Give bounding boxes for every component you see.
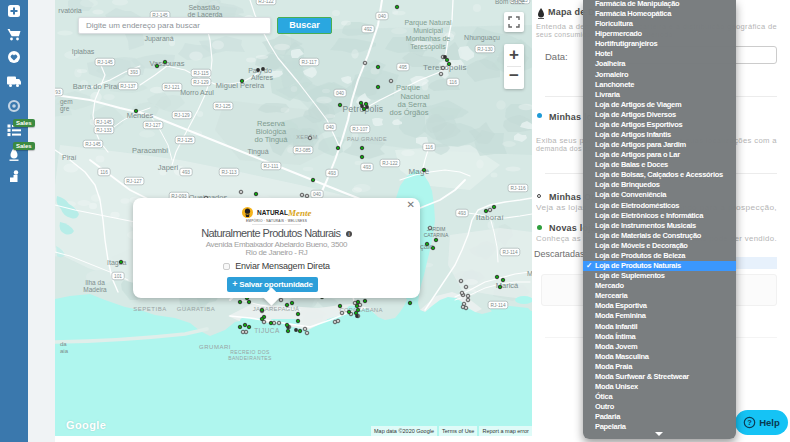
svg-text:Juparaná: Juparaná	[144, 35, 173, 43]
svg-text:492: 492	[364, 27, 372, 32]
svg-text:RJ-116: RJ-116	[510, 186, 525, 191]
svg-text:Itaboraí: Itaboraí	[476, 213, 504, 222]
svg-text:393: 393	[130, 70, 138, 75]
svg-text:Barra do Piraí: Barra do Piraí	[73, 82, 120, 91]
svg-text:493: 493	[363, 165, 371, 170]
svg-text:Montanhas de: Montanhas de	[406, 35, 450, 42]
svg-text:040: 040	[326, 125, 334, 130]
svg-text:RJ-113: RJ-113	[221, 170, 236, 175]
svg-text:RJ-127: RJ-127	[145, 123, 161, 128]
svg-text:Piraí: Piraí	[62, 154, 76, 161]
svg-text:040: 040	[336, 91, 344, 96]
svg-text:93: 93	[55, 90, 61, 95]
svg-text:RJ-114: RJ-114	[502, 250, 517, 255]
svg-text:RJ-145: RJ-145	[97, 60, 113, 65]
svg-text:Morro Azul: Morro Azul	[180, 89, 214, 96]
svg-text:Sebastião: Sebastião	[188, 4, 219, 11]
svg-text:040: 040	[313, 192, 321, 197]
svg-text:RJ-111: RJ-111	[264, 164, 279, 169]
svg-text:Parque Natural: Parque Natural	[404, 19, 452, 27]
svg-text:RJ-114: RJ-114	[490, 303, 505, 308]
svg-text:101: 101	[114, 274, 122, 279]
svg-text:dos Órgãos: dos Órgãos	[390, 108, 429, 117]
svg-text:493: 493	[182, 170, 190, 175]
svg-text:Teresópolis: Teresópolis	[410, 43, 446, 51]
svg-text:493: 493	[458, 211, 466, 216]
svg-text:RJ-085: RJ-085	[295, 148, 311, 153]
svg-text:Itagua: Itagua	[107, 259, 127, 267]
svg-text:116: 116	[425, 145, 433, 150]
svg-text:RJ-133: RJ-133	[96, 128, 112, 133]
svg-text:Nhunguaçu: Nhunguaçu	[464, 34, 500, 42]
svg-text:493: 493	[328, 171, 336, 176]
svg-text:Magé: Magé	[408, 167, 429, 176]
svg-text:116: 116	[449, 80, 457, 85]
svg-text:040: 040	[378, 14, 386, 19]
svg-text:RJ-125: RJ-125	[215, 104, 231, 109]
svg-text:Municipal: Municipal	[413, 27, 443, 35]
svg-text:GRUMARI: GRUMARI	[199, 344, 231, 350]
svg-text:TIJUCA: TIJUCA	[254, 327, 280, 334]
svg-text:RJ-125: RJ-125	[177, 138, 193, 143]
svg-text:GUARATIBA: GUARATIBA	[177, 306, 216, 312]
svg-text:PAU GRANDE: PAU GRANDE	[347, 136, 387, 142]
svg-text:RJ-145: RJ-145	[85, 142, 101, 147]
svg-text:Paracambi: Paracambi	[132, 146, 168, 155]
svg-text:da: da	[60, 341, 67, 347]
svg-text:Mendes: Mendes	[127, 111, 154, 120]
svg-text:SEPETIBA: SEPETIBA	[133, 306, 166, 312]
svg-text:Alferes: Alferes	[251, 74, 273, 81]
svg-text:Ilha da: Ilha da	[85, 279, 105, 286]
svg-text:XERÉM: XERÉM	[296, 134, 318, 140]
svg-text:do Tinguá: do Tinguá	[255, 135, 289, 144]
svg-text:RJ-129: RJ-129	[193, 80, 209, 85]
svg-text:RJ-115: RJ-115	[193, 71, 208, 76]
svg-text:COPACABANA: COPACABANA	[339, 307, 382, 313]
svg-text:RJ-122: RJ-122	[258, 0, 274, 4]
svg-text:RJ-137: RJ-137	[120, 84, 136, 89]
svg-text:BANDEIRANTES: BANDEIRANTES	[228, 355, 272, 361]
svg-text:Parque: Parque	[396, 83, 420, 92]
svg-text:RJ-129: RJ-129	[174, 113, 190, 118]
svg-text:gre: gre	[60, 105, 70, 113]
svg-text:Vassouras: Vassouras	[150, 59, 185, 68]
svg-text:RJ-117: RJ-117	[301, 60, 316, 65]
svg-text:Ipiabas: Ipiabas	[72, 48, 95, 56]
svg-text:?: ?	[747, 418, 752, 427]
svg-text:116: 116	[100, 170, 108, 175]
svg-text:Tinguá: Tinguá	[247, 148, 268, 156]
svg-text:RJ-107: RJ-107	[352, 127, 368, 132]
svg-text:RJ-121: RJ-121	[164, 85, 180, 90]
svg-text:RJ-122: RJ-122	[382, 161, 398, 166]
svg-text:Bom Suce: Bom Suce	[495, 0, 525, 5]
svg-text:RJ-127: RJ-127	[126, 179, 142, 184]
svg-text:Japeri: Japeri	[158, 163, 179, 172]
svg-text:JACAREPAGUÁ: JACAREPAGUÁ	[253, 306, 299, 312]
svg-text:CATARINA: CATARINA	[424, 232, 449, 238]
svg-text:RJ-130: RJ-130	[477, 47, 493, 52]
svg-text:aia: aia	[60, 348, 69, 354]
svg-text:495: 495	[399, 65, 407, 70]
svg-text:Madeira: Madeira	[83, 286, 107, 293]
svg-text:RJ-145: RJ-145	[96, 120, 112, 125]
svg-text:rvatória: rvatória	[58, 7, 81, 14]
